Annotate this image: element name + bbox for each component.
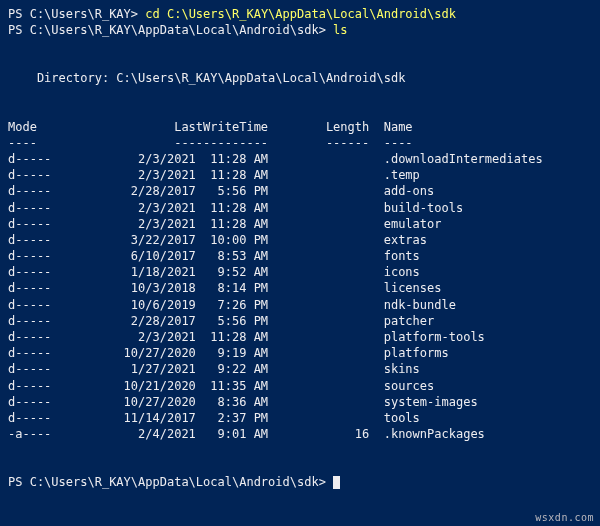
prompt-line-2: PS C:\Users\R_KAY\AppData\Local\Android\… — [8, 22, 592, 38]
table-row: d----- 1/18/2021 9:52 AM icons — [8, 264, 592, 280]
table-row: d----- 10/27/2020 9:19 AM platforms — [8, 345, 592, 361]
table-row: d----- 10/21/2020 11:35 AM sources — [8, 378, 592, 394]
table-row: d----- 2/3/2021 11:28 AM platform-tools — [8, 329, 592, 345]
command-cd: cd C:\Users\R_KAY\AppData\Local\Android\… — [145, 7, 456, 21]
prompt-prefix-1: PS C:\Users\R_KAY> — [8, 7, 145, 21]
column-dashes: ---- ------------- ------ ---- — [8, 135, 592, 151]
table-row: d----- 2/3/2021 11:28 AM emulator — [8, 216, 592, 232]
prompt-prefix-active: PS C:\Users\R_KAY\AppData\Local\Android\… — [8, 475, 333, 489]
cursor-icon — [333, 476, 340, 489]
prompt-line-active[interactable]: PS C:\Users\R_KAY\AppData\Local\Android\… — [8, 474, 592, 490]
prompt-prefix-2: PS C:\Users\R_KAY\AppData\Local\Android\… — [8, 23, 333, 37]
table-row: d----- 10/3/2018 8:14 PM licenses — [8, 280, 592, 296]
column-headers: Mode LastWriteTime Length Name — [8, 119, 592, 135]
blank-line — [8, 87, 592, 103]
blank-line — [8, 54, 592, 70]
prompt-line-1: PS C:\Users\R_KAY> cd C:\Users\R_KAY\App… — [8, 6, 592, 22]
table-row: -a---- 2/4/2021 9:01 AM 16 .knownPackage… — [8, 426, 592, 442]
blank-line — [8, 38, 592, 54]
table-row: d----- 2/28/2017 5:56 PM add-ons — [8, 183, 592, 199]
blank-line — [8, 442, 592, 458]
directory-listing: d----- 2/3/2021 11:28 AM .downloadInterm… — [8, 151, 592, 442]
table-row: d----- 1/27/2021 9:22 AM skins — [8, 361, 592, 377]
table-row: d----- 2/3/2021 11:28 AM .downloadInterm… — [8, 151, 592, 167]
table-row: d----- 2/3/2021 11:28 AM build-tools — [8, 200, 592, 216]
blank-line — [8, 103, 592, 119]
directory-header: Directory: C:\Users\R_KAY\AppData\Local\… — [8, 70, 592, 86]
table-row: d----- 10/6/2019 7:26 PM ndk-bundle — [8, 297, 592, 313]
table-row: d----- 6/10/2017 8:53 AM fonts — [8, 248, 592, 264]
table-row: d----- 2/3/2021 11:28 AM .temp — [8, 167, 592, 183]
watermark-text: wsxdn.com — [535, 511, 594, 525]
table-row: d----- 3/22/2017 10:00 PM extras — [8, 232, 592, 248]
table-row: d----- 10/27/2020 8:36 AM system-images — [8, 394, 592, 410]
blank-line — [8, 458, 592, 474]
table-row: d----- 11/14/2017 2:37 PM tools — [8, 410, 592, 426]
table-row: d----- 2/28/2017 5:56 PM patcher — [8, 313, 592, 329]
command-ls: ls — [333, 23, 347, 37]
